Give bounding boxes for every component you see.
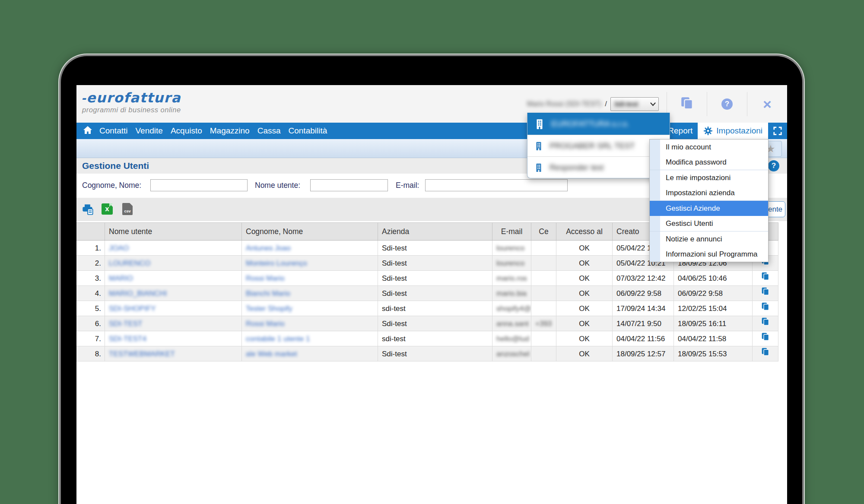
created-cell: 18/09/25 12:57 xyxy=(613,346,674,361)
menu-item-notizie-e-annunci[interactable]: Notizie e annunci xyxy=(650,231,768,247)
print-button[interactable] xyxy=(81,203,94,218)
fullname-link[interactable]: contabile 1 utente 1 xyxy=(246,335,310,343)
username-link[interactable]: JOAO xyxy=(109,244,129,252)
copy-user-button[interactable] xyxy=(753,271,778,286)
row-number: 4. xyxy=(76,286,105,301)
gear-icon xyxy=(703,126,713,136)
table-row: 5. SDI-SHOPIFY Tester Shopify sdi-test s… xyxy=(76,301,778,316)
logo-tagline: programmi di business online xyxy=(82,106,181,114)
company-menu-item[interactable]: Responder test xyxy=(527,156,670,178)
created-cell: 14/07/21 9:50 xyxy=(613,316,674,331)
ce-cell xyxy=(531,301,556,316)
menu-item-impostazioni-azienda[interactable]: Impostazioni azienda xyxy=(650,185,768,200)
row-number: 3. xyxy=(76,271,105,286)
col-header-company[interactable]: Azienda xyxy=(378,223,492,240)
page-help-button[interactable]: ? xyxy=(768,160,779,171)
fullname-link[interactable]: Bianchi Mario xyxy=(246,289,290,298)
ce-cell xyxy=(531,271,556,286)
username-link[interactable]: LOURENCO xyxy=(109,259,150,267)
email-cell: lourenco xyxy=(496,244,524,252)
username-link[interactable]: TESTWEBMARKET xyxy=(109,350,175,358)
col-header-ce[interactable]: Ce xyxy=(531,223,556,240)
company-name: PROGABER SRL TEST xyxy=(550,141,635,151)
nav-item-vendite[interactable]: Vendite xyxy=(131,123,166,139)
email-cell: anna.sant xyxy=(496,320,529,328)
copy-user-button[interactable] xyxy=(753,331,778,346)
copy-user-button[interactable] xyxy=(753,286,778,301)
nav-right-group: Report Impostazioni xyxy=(663,123,787,139)
username-link[interactable]: SDI-SHOPIFY xyxy=(109,304,156,313)
access-cell: OK xyxy=(556,346,613,361)
surname-filter-input[interactable] xyxy=(150,179,248,191)
duplicate-window-button[interactable] xyxy=(667,85,707,123)
fullname-link[interactable]: Rossi Mario xyxy=(246,274,285,282)
fullname-link[interactable]: Monteiro Lourenço xyxy=(246,259,307,267)
created-cell: 17/09/24 14:34 xyxy=(613,301,674,316)
building-icon xyxy=(534,118,545,130)
company-switcher-menu: EUROFATTURA s.r.o. PROGABER SRL TEST Res… xyxy=(527,113,670,178)
export-csv-button[interactable]: csv xyxy=(122,203,133,215)
row-number: 1. xyxy=(76,241,105,256)
menu-item-modifica-password[interactable]: Modifica password xyxy=(650,155,768,170)
nav-item-contatti[interactable]: Contatti xyxy=(95,123,131,139)
chevron-down-icon xyxy=(650,100,656,108)
csv-icon: csv xyxy=(122,203,133,215)
menu-item-il-mio-account[interactable]: Il mio account xyxy=(650,139,768,155)
menu-item-le-mie-impostazioni[interactable]: Le mie impostazioni xyxy=(650,170,768,185)
nav-item-cassa[interactable]: Cassa xyxy=(254,123,285,139)
access-cell: OK xyxy=(556,271,613,286)
help-icon: ? xyxy=(721,98,733,110)
col-header-rownum xyxy=(76,223,105,240)
ce-cell xyxy=(531,331,556,346)
logout-close-button[interactable]: × xyxy=(747,85,787,123)
fullname-link[interactable]: Tester Shopify xyxy=(246,304,292,313)
company-cell: Sdi-test xyxy=(378,256,492,271)
col-header-access[interactable]: Accesso al xyxy=(556,223,613,240)
col-header-email[interactable]: E-mail xyxy=(492,223,531,240)
row-number: 2. xyxy=(76,256,105,271)
nav-item-contabilita[interactable]: Contabilità xyxy=(285,123,331,139)
export-excel-button[interactable]: x xyxy=(102,203,113,215)
nav-item-acquisto[interactable]: Acquisto xyxy=(167,123,206,139)
nav-item-impostazioni[interactable]: Impostazioni xyxy=(698,123,768,139)
fullname-link[interactable]: Rossi Mario xyxy=(246,320,285,328)
username-link[interactable]: SDI-TEST xyxy=(109,320,142,328)
access-cell: OK xyxy=(556,241,613,256)
company-menu-item[interactable]: EUROFATTURA s.r.o. xyxy=(527,113,670,135)
company-menu-item[interactable]: PROGABER SRL TEST xyxy=(527,135,670,156)
copy-user-button[interactable] xyxy=(753,316,778,331)
email-cell: shopify4@ xyxy=(496,304,531,313)
company-cell: Sdi-test xyxy=(378,271,492,286)
email-filter-input[interactable] xyxy=(425,179,568,191)
menu-item-gestisci-aziende[interactable]: Gestisci Aziende xyxy=(650,200,768,216)
nav-item-magazzino[interactable]: Magazzino xyxy=(206,123,254,139)
fullscreen-button[interactable] xyxy=(768,123,787,139)
copy-icon xyxy=(761,346,770,361)
username-filter-label: Nome utente: xyxy=(255,181,300,190)
copy-user-button[interactable] xyxy=(753,301,778,316)
col-header-fullname[interactable]: Cognome, Nome xyxy=(242,223,378,240)
company-selector-dropdown[interactable]: Sdi-test xyxy=(610,97,659,111)
settings-menu: Il mio account Modifica password Le mie … xyxy=(649,139,769,262)
ce-cell: +393 xyxy=(531,316,556,331)
menu-item-gestisci-utenti[interactable]: Gestisci Utenti xyxy=(650,216,768,231)
access-cell: OK xyxy=(556,286,613,301)
nav-home-button[interactable] xyxy=(83,125,93,137)
col-header-username[interactable]: Nome utente xyxy=(105,223,242,240)
header-help-button[interactable]: ? xyxy=(707,85,747,123)
company-cell: sdi-test xyxy=(378,331,492,346)
access-cell: OK xyxy=(556,301,613,316)
copy-user-button[interactable] xyxy=(753,346,778,361)
fullname-link[interactable]: ale Web market xyxy=(246,350,297,358)
username-link[interactable]: MARIO xyxy=(109,274,133,282)
username-link[interactable]: MARIO_BIANCHI xyxy=(109,289,167,298)
lastaccess-cell: 12/02/25 15:04 xyxy=(674,301,753,316)
email-cell: anzoschel xyxy=(496,350,530,358)
company-selector-value: Sdi-test xyxy=(614,100,638,108)
username-link[interactable]: SDI-TEST4 xyxy=(109,335,146,343)
fullname-link[interactable]: Antunes Joao xyxy=(246,244,291,252)
company-cell: Sdi-test xyxy=(378,286,492,301)
printer-icon xyxy=(81,209,94,217)
menu-item-informazioni-sul-programma[interactable]: Informazioni sul Programma xyxy=(650,247,768,262)
username-filter-input[interactable] xyxy=(310,179,388,191)
